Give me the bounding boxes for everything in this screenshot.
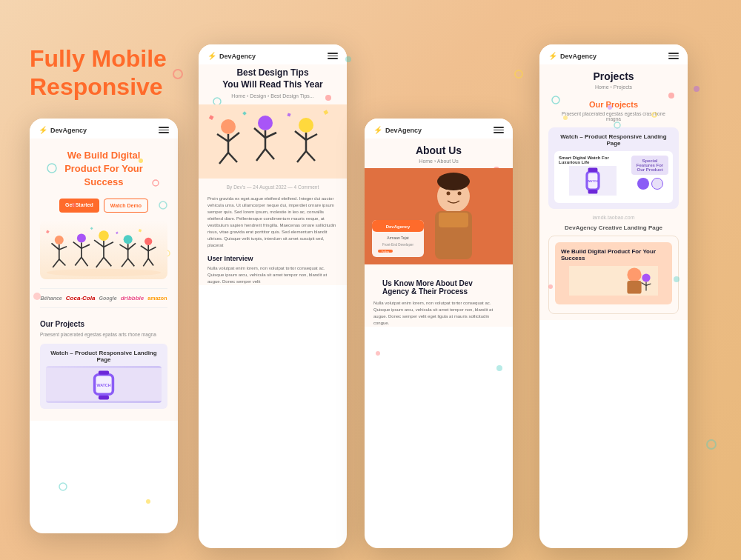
svg-point-58 (221, 119, 236, 134)
phone4-projects-breadcrumb: Home › Projects (548, 84, 679, 90)
svg-point-125 (515, 70, 522, 78)
phone4-card1-title: Watch – Product Responsive Landing Page (554, 133, 673, 147)
svg-point-128 (707, 440, 716, 449)
svg-line-27 (96, 257, 104, 267)
svg-line-39 (143, 259, 148, 266)
phone2-nav: ⚡ DevAgency (199, 44, 347, 64)
phone3-nav: ⚡ DevAgency (365, 119, 513, 139)
phone3-about-image: DevAgency Armaan Tejat Front-End Develop… (365, 168, 513, 264)
phone1-hero-title: We Build Digital Product For Your Succes… (40, 149, 167, 190)
svg-line-37 (141, 245, 148, 250)
svg-rect-42 (90, 227, 93, 230)
svg-rect-57 (199, 104, 347, 179)
phone4-card1-inner: Smart Digital Watch For Luxurious Life W… (554, 151, 673, 203)
svg-point-92 (447, 192, 451, 196)
svg-point-11 (55, 236, 64, 244)
get-started-button[interactable]: Get Started (59, 199, 99, 213)
phone4-card2: We Build Digital Product For Your Succes… (548, 236, 679, 314)
phone4-projects-header: Projects Home › Projects (539, 64, 688, 94)
brand-google: Google (99, 296, 116, 301)
svg-point-93 (458, 192, 462, 196)
svg-point-126 (694, 86, 700, 92)
phone2-page-title: Best Design Tips You Will Read This Year (207, 67, 338, 90)
phone1-projects-title: Our Projects (40, 320, 167, 328)
phone3-menu-icon[interactable] (494, 127, 504, 133)
svg-point-29 (124, 235, 133, 244)
phone4-nav: ⚡ DevAgency (539, 44, 688, 64)
svg-point-117 (627, 267, 641, 281)
phone1-body: We Build Digital Product For Your Succes… (30, 139, 178, 421)
phone-mockup-2: ⚡ DevAgency Best Design Tips You Will Re… (199, 44, 347, 548)
phone2-blog-body: Proin gravida ex eget augue eleifend ele… (199, 196, 347, 285)
svg-line-40 (148, 259, 153, 265)
svg-line-32 (128, 243, 136, 250)
phone1-hero-illustration (40, 220, 167, 279)
svg-text:Front-End Developer: Front-End Developer (382, 243, 413, 247)
brand-dribbble: dribbble (121, 295, 144, 301)
svg-rect-49 (99, 370, 109, 374)
watch-demo-button[interactable]: Watch Demo (104, 199, 148, 213)
phone2-blog-image (199, 104, 347, 179)
brand-behance: Béhance (41, 296, 62, 301)
phone3-about-title: About Us (373, 144, 504, 156)
svg-line-34 (128, 259, 135, 266)
phone4-menu-icon[interactable] (668, 53, 679, 59)
brand-cocacola: Coca-Cola (66, 295, 96, 301)
main-title: Fully Mobile Responsive (30, 44, 167, 101)
phone4-card1-sub: Smart Digital Watch For Luxurious Life (559, 156, 627, 164)
phone-mockup-1: ⚡ DevAgency We Build Digital Product For… (30, 119, 178, 533)
phone4-brand-name: DevAgency (560, 53, 597, 60)
phone4-card2-hero: We Build Digital Product For Your Succes… (561, 248, 666, 261)
svg-rect-118 (627, 281, 641, 294)
phone1-brand-name: DevAgency (50, 127, 87, 134)
svg-point-70 (299, 118, 313, 133)
svg-line-15 (53, 259, 59, 267)
svg-line-25 (94, 240, 104, 247)
phone-mockup-4: ⚡ DevAgency Projects Home › Projects Our… (539, 44, 688, 548)
phone1-menu-icon[interactable] (159, 127, 169, 133)
svg-line-26 (104, 241, 113, 247)
svg-rect-50 (99, 396, 109, 399)
svg-point-64 (258, 116, 273, 130)
phone4-card1-sub2: Special Features For Our Product (631, 156, 668, 175)
phone2-brand-name: DevAgency (219, 53, 256, 60)
svg-point-17 (77, 233, 86, 242)
svg-rect-41 (46, 230, 50, 233)
phone1-nav: ⚡ DevAgency (30, 119, 178, 139)
svg-rect-115 (588, 190, 598, 194)
svg-line-14 (59, 246, 67, 249)
phone3-body-text: Nulla volutpat enim lorem, non volutpat … (373, 300, 504, 327)
svg-line-31 (120, 244, 128, 250)
phone1-projects-section: Our Projects Praesent placerated egestas… (40, 316, 167, 409)
svg-rect-91 (439, 213, 468, 227)
phone3-about-section: Us Know More About Dev Agency & Their Pr… (365, 272, 513, 327)
phone4-our-projects-sub: Praesent placerated egestas egestas cras… (548, 111, 679, 121)
svg-point-86 (376, 351, 380, 356)
phone3-about-header: About Us Home › About Us (365, 139, 513, 168)
phone1-card-title: Watch – Product Responsive Landing Page (46, 350, 162, 363)
phone4-projects-title: Projects (548, 70, 679, 82)
phone3-body: About Us Home › About Us (365, 139, 513, 327)
phone2-subtitle-para: Nulla volutpat enim lorem, non volutpat … (207, 265, 338, 285)
svg-line-21 (75, 257, 82, 265)
svg-text:Armaan Tejat: Armaan Tejat (387, 236, 409, 240)
svg-text:WATCH: WATCH (588, 179, 598, 183)
phone1-project-card: Watch – Product Responsive Landing Page … (40, 344, 167, 409)
svg-point-35 (144, 237, 152, 244)
svg-point-9 (146, 499, 150, 504)
svg-point-123 (173, 70, 182, 79)
phone4-our-projects-title: Our Projects (548, 100, 679, 109)
phone2-breadcrumb: Best Design Tips You Will Read This Year… (199, 64, 347, 104)
phone4-card2-subtitle: DevAgency Creative Landing Page (548, 224, 679, 231)
phone2-body-text: Proin gravida ex eget augue eleifend ele… (207, 196, 338, 249)
svg-point-10 (47, 268, 162, 276)
svg-text:WATCH: WATCH (96, 382, 110, 387)
phone4-our-projects: Our Projects Praesent placerated egestas… (539, 94, 688, 320)
phone2-logo: ⚡ DevAgency (207, 52, 256, 60)
phone3-logo: ⚡ DevAgency (373, 126, 422, 134)
svg-point-23 (99, 230, 109, 241)
svg-line-16 (59, 259, 66, 265)
phone2-menu-icon[interactable] (328, 53, 338, 59)
phone4-body: Projects Home › Projects Our Projects Pr… (539, 64, 688, 320)
svg-rect-114 (588, 167, 598, 172)
